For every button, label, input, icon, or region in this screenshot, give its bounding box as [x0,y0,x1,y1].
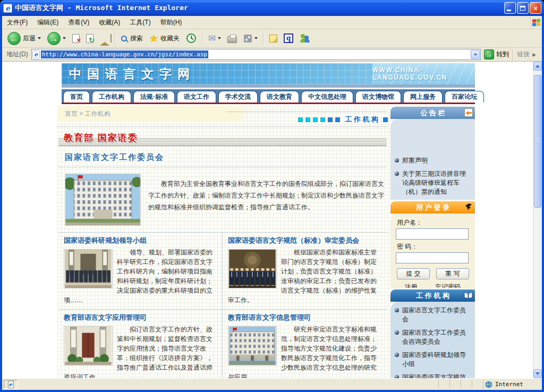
go-button[interactable]: → 转到 [481,49,512,59]
back-dropdown-icon[interactable] [38,37,41,39]
deco-square [328,117,333,122]
username-field[interactable] [396,228,469,240]
toolbar-separator [202,31,203,46]
scroll-down-button[interactable] [533,369,542,378]
search-label: 搜索 [130,34,143,43]
menu-file[interactable]: 文件(F) [2,16,32,29]
tab-organizations[interactable]: 工作机构 [92,91,131,103]
site-name: 中国语言文字网 [62,66,196,82]
forgot-password-link[interactable]: 忘记密码 [435,283,461,288]
minimize-icon [507,10,511,11]
quick-search-button[interactable]: q [280,32,296,45]
favorites-button[interactable]: ★ 收藏夹 [146,32,183,45]
information-department-photo [228,326,277,365]
section-title-banner: 工 作 机 构 [226,112,388,124]
bullet-icon [395,158,399,163]
back-button[interactable]: ← 后退 [4,30,44,47]
notice-item[interactable]: 关于第三期汉语拼音理论高级研修班返程车（机）票的通知 [395,169,471,197]
tab-home[interactable]: 首页 [63,91,90,103]
status-bar: Internet [2,378,542,390]
resize-arrows-icon [243,34,252,43]
breadcrumb-home-link[interactable]: 首页 [65,110,78,117]
reset-button[interactable]: 重 写 [436,268,469,279]
submit-button[interactable]: 提 交 [397,268,430,279]
stop-button[interactable]: × [69,32,83,45]
back-icon: ← [7,32,21,45]
notes-button[interactable] [266,33,280,44]
address-bar: 地址(D) e http://www.china-language.gov.cn… [2,48,542,62]
tab-chinese-info-processing[interactable]: 中文信息处理 [301,91,353,103]
scrollbar-thumb[interactable] [534,75,541,208]
forward-dropdown-icon[interactable] [63,37,66,39]
application-department-photo [64,326,113,365]
tab-regulations-standards[interactable]: 法规·标准 [133,91,175,103]
globe-icon [485,381,492,388]
password-field[interactable] [396,252,469,263]
maximize-button[interactable] [517,2,529,14]
address-dropdown-button[interactable] [471,50,480,59]
menu-edit[interactable]: 编辑(E) [32,16,63,29]
tab-language-work[interactable]: 语文工作 [177,91,216,103]
org-link[interactable]: 国家语委语言文字规范(标准)审定委员会 [395,373,472,378]
menu-view[interactable]: 查看(V) [63,16,94,29]
stop-icon: × [72,34,80,43]
favorites-label: 收藏夹 [160,34,180,43]
org-link[interactable]: 国家语言文字工作委员会 [395,306,472,324]
messenger-people-icon [300,34,310,43]
ministry-building-photo [65,174,141,226]
mail-button[interactable]: ✉ [205,32,224,45]
toolbar-separator [115,31,116,46]
refresh-icon: ↻ [86,34,94,43]
search-button[interactable]: 搜索 [118,32,146,45]
org-link[interactable]: 国家语委科研规划领导小组 [395,351,472,369]
page-icon [8,381,14,388]
scroll-up-button[interactable] [533,62,542,71]
window-frame: 文件(F) 编辑(E) 查看(V) 收藏(A) 工具(T) 帮助(H) ← 后退… [0,16,544,392]
login-panel: 用 户 登 录 用户名： 密 码： [390,201,475,288]
deco-square [383,117,388,122]
register-link[interactable]: 注册 [405,283,418,288]
messenger-button[interactable] [296,32,313,45]
forward-button[interactable]: → [44,30,69,47]
org-link[interactable]: 国家语言文字工作委员会咨询委员会 [395,328,472,346]
mail-dropdown-icon[interactable] [218,37,221,39]
history-button[interactable] [183,31,200,45]
deco-square [335,117,340,122]
links-label: 链接 [517,50,530,59]
notice-item[interactable]: 郑重声明 [395,156,471,165]
close-button[interactable]: × [530,2,541,14]
tab-forum[interactable]: 百家论坛 [445,91,484,103]
edit-button[interactable] [240,32,261,45]
ie-logo-icon: e [3,4,12,13]
deco-square [298,117,303,122]
org-section-title: 国家语委科研规划领导小组 [64,236,218,245]
sidebar: 公 告 栏 郑重声明 [390,106,475,378]
username-label: 用户名： [397,218,470,227]
notice-doc-icon [464,108,473,117]
vertical-scrollbar[interactable] [533,62,542,378]
bullet-icon [395,172,399,176]
tab-academic-exchange[interactable]: 学术交流 [218,91,258,103]
edit-dropdown-icon[interactable] [254,37,258,39]
print-icon [227,36,237,43]
status-pane [472,380,483,388]
menu-favorites[interactable]: 收藏(A) [94,16,125,29]
nav-underline [62,103,475,104]
scrollbar-track[interactable] [533,71,542,369]
minimize-button[interactable] [504,2,516,14]
refresh-button[interactable]: ↻ [83,32,97,45]
links-toolbar[interactable]: 链接 » [512,49,540,60]
tab-online-services[interactable]: 网上服务 [403,91,443,103]
menu-help[interactable]: 帮助(H) [156,16,187,29]
menu-tools[interactable]: 工具(T) [125,16,155,29]
home-button[interactable] [97,32,113,45]
password-label: 密 码： [397,242,470,251]
tab-language-education[interactable]: 语文教育 [260,91,299,103]
q-app-icon: q [284,33,293,43]
breadcrumb-current: 工作机构 [85,110,110,117]
tab-language-museum[interactable]: 语文博物馆 [355,91,401,103]
print-button[interactable] [224,32,240,45]
forward-icon: → [47,32,61,45]
address-input[interactable]: e http://www.china-language.gov.cn/jgsz/… [31,49,481,60]
notice-board-header: 公 告 栏 [390,107,475,119]
